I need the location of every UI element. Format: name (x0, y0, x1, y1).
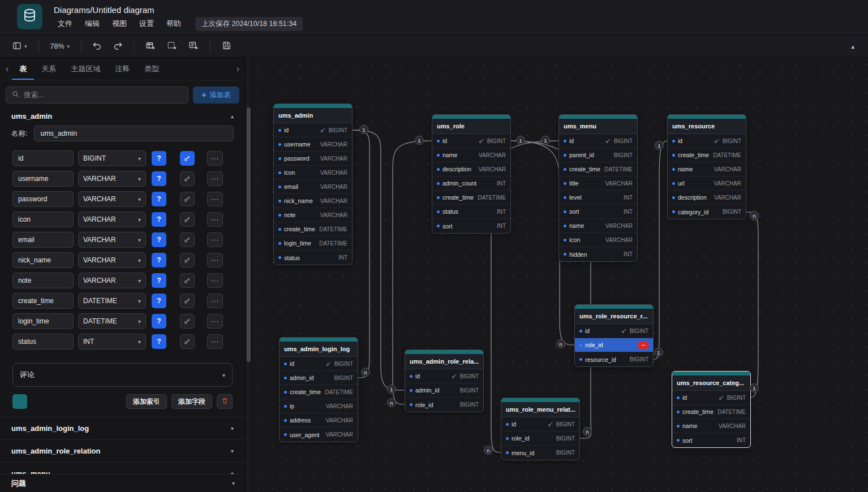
menu-item[interactable]: 设置 (133, 16, 160, 31)
zoom-dropdown[interactable]: 78% ▾ (46, 40, 75, 53)
diagram-field-row[interactable]: title VARCHAR (559, 176, 637, 191)
save-button[interactable] (217, 38, 236, 55)
add-index-button[interactable]: 添加索引 (126, 394, 167, 409)
diagram-field-row[interactable]: id BIGINT (559, 134, 637, 148)
diagram-field-row[interactable]: name VARCHAR (432, 148, 510, 162)
diagram-field-row[interactable]: user_agent VARCHAR (280, 428, 358, 442)
undo-button[interactable] (88, 38, 106, 55)
diagram-table-ums_admin[interactable]: ums_admin id BIGINT username VARCHAR pas… (273, 103, 353, 265)
field-key-button[interactable] (180, 212, 195, 227)
collapse-toolbar-button[interactable]: ▴ (845, 41, 860, 53)
diagram-field-row[interactable]: admin_id BIGINT (405, 383, 483, 398)
diagram-field-row[interactable]: name VARCHAR (672, 419, 750, 433)
diagram-field-row[interactable]: id BIGINT (405, 369, 483, 383)
field-nullable-button[interactable]: ? (152, 314, 166, 329)
diagram-field-row[interactable]: create_time DATETIME (559, 162, 637, 176)
delete-table-button[interactable] (217, 394, 233, 409)
tab-主题区域[interactable]: 主题区域 (63, 58, 108, 80)
field-name-input[interactable] (12, 232, 74, 248)
diagram-table-ums_admin_login_log[interactable]: ums_admin_login_log id BIGINT admin_id B… (279, 337, 358, 442)
field-more-button[interactable]: ··· (207, 212, 223, 227)
table-accordion-ums_admin_login_log[interactable]: ums_admin_login_log ▾ (0, 417, 245, 440)
field-name-input[interactable] (12, 150, 74, 166)
field-more-button[interactable]: ··· (207, 294, 223, 308)
field-name-input[interactable] (12, 191, 74, 207)
field-nullable-button[interactable]: ? (152, 192, 166, 206)
diagram-field-row[interactable]: name VARCHAR (668, 162, 746, 176)
field-nullable-button[interactable]: ? (152, 294, 166, 308)
field-key-button[interactable] (180, 232, 195, 247)
field-more-button[interactable]: ··· (207, 151, 223, 166)
field-name-input[interactable] (12, 252, 74, 268)
diagram-table-ums_resource_category[interactable]: ums_resource_categ... id BIGINT create_t… (672, 371, 751, 448)
add-area-tool-button[interactable] (162, 38, 182, 55)
field-type-select[interactable]: VARCHAR▾ (78, 252, 146, 268)
diagram-field-row[interactable]: status INT (432, 205, 510, 219)
diagram-table-ums_menu[interactable]: ums_menu id BIGINT parent_id BIGINT crea… (558, 114, 638, 262)
tab-类型[interactable]: 类型 (137, 58, 166, 80)
add-table-button[interactable]: + 添加表 (193, 87, 239, 103)
diagram-field-row[interactable]: nick_name VARCHAR (274, 194, 352, 208)
diagram-field-row[interactable]: admin_id BIGINT (280, 371, 358, 385)
field-name-input[interactable] (12, 171, 74, 187)
diagram-field-row[interactable]: role_id BIGINT (501, 431, 579, 446)
diagram-field-row[interactable]: hidden INT (559, 247, 637, 261)
add-field-button[interactable]: 添加字段 (171, 394, 212, 409)
diagram-field-row[interactable]: id BIGINT (432, 134, 510, 148)
field-type-select[interactable]: VARCHAR▾ (78, 232, 146, 248)
diagram-field-row[interactable]: id BIGINT (501, 417, 579, 431)
field-more-button[interactable]: ··· (207, 253, 223, 267)
field-name-input[interactable] (12, 212, 74, 227)
relationship-edge[interactable] (746, 212, 758, 398)
tab-关系[interactable]: 关系 (34, 58, 63, 80)
diagram-field-row[interactable]: ip VARCHAR (280, 399, 358, 413)
sidebar-scrollbar[interactable] (245, 58, 251, 492)
diagram-field-row[interactable]: address VARCHAR (280, 413, 358, 428)
field-more-button[interactable]: ··· (207, 314, 223, 329)
table-accordion-ums_admin_role_relation[interactable]: ums_admin_role_relation ▾ (0, 440, 245, 463)
field-nullable-button[interactable]: ? (152, 273, 166, 288)
tabs-scroll-left-icon[interactable]: ‹ (2, 64, 12, 74)
field-more-button[interactable]: ··· (207, 273, 223, 288)
diagram-field-row[interactable]: login_time DATETIME (274, 236, 352, 251)
field-more-button[interactable]: ··· (207, 171, 223, 186)
field-type-select[interactable]: DATETIME▾ (78, 313, 146, 329)
diagram-field-row[interactable]: username VARCHAR (274, 137, 352, 152)
diagram-field-row[interactable]: description VARCHAR (668, 191, 746, 205)
field-name-input[interactable] (12, 273, 74, 288)
diagram-table-ums_role[interactable]: ums_role id BIGINT name VARCHAR descript… (432, 114, 511, 234)
field-type-select[interactable]: VARCHAR▾ (78, 191, 146, 207)
field-name-input[interactable] (12, 293, 74, 309)
field-name-input[interactable] (12, 334, 74, 349)
field-type-select[interactable]: BIGINT▾ (78, 150, 146, 166)
diagram-field-row[interactable]: id BIGINT (575, 324, 653, 338)
field-type-select[interactable]: VARCHAR▾ (78, 171, 146, 187)
table-name-input[interactable] (34, 126, 234, 141)
field-key-button[interactable] (180, 253, 195, 267)
field-type-select[interactable]: INT▾ (78, 334, 146, 349)
field-type-select[interactable]: VARCHAR▾ (78, 212, 146, 227)
field-nullable-button[interactable]: ? (152, 232, 166, 247)
remove-field-button[interactable]: − (638, 342, 648, 349)
diagram-table-ums_role_menu_relation[interactable]: ums_role_menu_relat... id BIGINT role_id… (501, 398, 580, 460)
diagram-field-row[interactable]: id BIGINT (274, 123, 352, 137)
diagram-field-row[interactable]: url VARCHAR (668, 176, 746, 191)
diagram-field-row[interactable]: role_id BIGINT (405, 398, 483, 412)
field-nullable-button[interactable]: ? (152, 212, 166, 227)
diagram-canvas[interactable]: ums_admin id BIGINT username VARCHAR pas… (251, 58, 868, 492)
diagram-field-row[interactable]: name VARCHAR (559, 219, 637, 233)
diagram-field-row[interactable]: create_time DATETIME (280, 385, 358, 399)
diagram-field-row[interactable]: sort INT (559, 205, 637, 219)
diagram-field-row[interactable]: create_time DATETIME (668, 148, 746, 162)
search-box[interactable] (6, 87, 188, 103)
menu-item[interactable]: 视图 (106, 16, 133, 31)
search-input[interactable] (24, 91, 182, 99)
diagram-field-row[interactable]: id BIGINT (668, 134, 746, 148)
field-nullable-button[interactable]: ? (152, 253, 166, 267)
redo-button[interactable] (109, 38, 127, 55)
tab-表[interactable]: 表 (12, 58, 34, 80)
table-accordion-ums_menu[interactable]: ums_menu ▾ (0, 463, 245, 474)
diagram-field-row[interactable]: icon VARCHAR (274, 166, 352, 180)
diagram-field-row[interactable]: description VARCHAR (432, 162, 510, 176)
diagram-field-row[interactable]: id BIGINT (280, 357, 358, 371)
